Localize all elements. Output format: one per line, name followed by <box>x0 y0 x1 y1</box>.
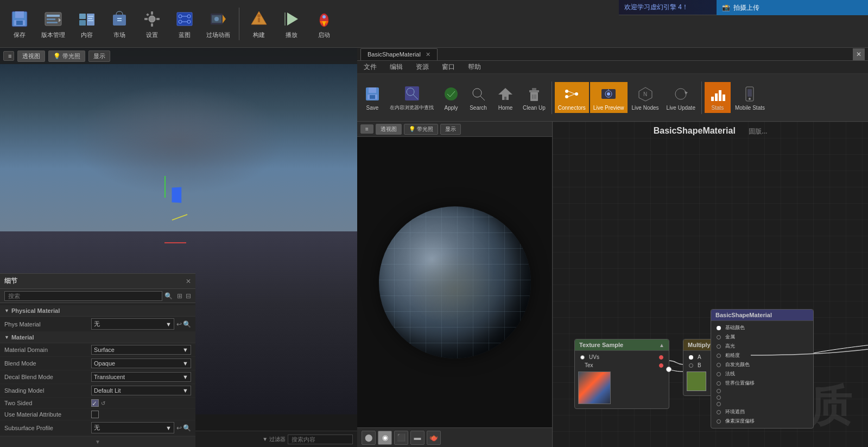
pin-tex: Tex <box>575 361 669 369</box>
mat-livepreview-btn[interactable]: Live Preview <box>590 82 628 113</box>
preview-sphere-btn[interactable]: ⬤ <box>362 431 376 445</box>
svg-rect-53 <box>369 87 376 93</box>
twosided-checkbox[interactable]: ✓ <box>91 399 99 407</box>
toolbar-btn-content[interactable]: 内容 <box>72 6 102 41</box>
mat-apply-btn[interactable]: Apply <box>438 82 464 113</box>
preview-plane-btn[interactable]: ▬ <box>410 431 425 445</box>
upload-text: 拍摄上传 <box>733 3 759 12</box>
subsurface-back-btn[interactable]: ↩ <box>176 424 182 432</box>
preview-active-btn[interactable]: ◉ <box>378 431 392 445</box>
perspective-btn[interactable]: 透视图 <box>17 51 45 62</box>
svg-rect-13 <box>88 18 92 19</box>
svg-rect-89 <box>747 89 752 97</box>
list-options-icon[interactable]: ⊟ <box>186 292 191 300</box>
mat-stats-btn[interactable]: Stats <box>705 82 731 113</box>
details-close-btn[interactable]: ✕ <box>186 278 191 285</box>
subsurface-search-btn[interactable]: 🔍 <box>183 424 191 432</box>
toolbar-btn-scene[interactable]: 过场动画 <box>202 6 235 41</box>
subsurface-value: 无 ▼ <box>91 422 174 433</box>
phys-back-btn[interactable]: ↩ <box>176 320 182 328</box>
preview-perspective-btn[interactable]: 透视图 <box>376 124 402 135</box>
preview-viewport[interactable] <box>357 137 552 427</box>
b-label: B <box>698 362 701 368</box>
shading-dropdown[interactable]: Default Lit ▼ <box>91 386 191 395</box>
toolbar-btn-build[interactable]: 构建 <box>244 6 274 41</box>
svg-rect-86 <box>723 95 725 101</box>
details-search-input[interactable] <box>4 291 162 301</box>
mat-home-btn[interactable]: Home <box>492 82 518 113</box>
node-output[interactable]: BasicShapeMaterial 基础颜色 金属 <box>711 309 814 429</box>
domain-value: Surface ▼ <box>91 345 191 355</box>
preview-menu-btn[interactable]: ≡ <box>360 124 373 134</box>
decal-arrow: ▼ <box>182 374 188 380</box>
mat-mobilestats-btn[interactable]: Mobile Stats <box>732 82 768 113</box>
toolbar-btn-market[interactable]: 市场 <box>104 6 135 41</box>
launch-label: 启动 <box>318 31 330 39</box>
subsurface-dropdown[interactable]: 无 ▼ <box>91 422 174 433</box>
matattr-checkbox[interactable] <box>91 411 99 418</box>
preview-lit-btn[interactable]: 💡 带光照 <box>404 124 438 135</box>
content-search-input[interactable] <box>288 435 353 444</box>
domain-dropdown[interactable]: Surface ▼ <box>91 345 191 355</box>
mat-cleanup-btn[interactable]: Clean Up <box>519 82 549 113</box>
lit-btn[interactable]: 💡 带光照 <box>48 51 85 62</box>
grid-view-icon[interactable]: ⊞ <box>177 292 182 300</box>
build-label: 构建 <box>253 31 265 39</box>
main-area: Y ≡ 透视图 💡 带光照 显示 <box>0 48 868 447</box>
mat-livenodes-btn[interactable]: N Live Nodes <box>629 82 662 113</box>
mat-connectors-btn[interactable]: Connectors <box>555 82 589 113</box>
svg-rect-85 <box>719 90 721 101</box>
a-label: A <box>698 354 701 360</box>
svg-rect-19 <box>151 11 153 15</box>
upload-banner[interactable]: 📸 拍摄上传 <box>717 0 868 15</box>
node-texture-sample[interactable]: Texture Sample ▲ UVs Tex <box>574 339 669 409</box>
blend-dropdown[interactable]: Opaque ▼ <box>91 358 191 368</box>
node-graph[interactable]: BasicShapeMaterial 固版... 材质 Texture Samp… <box>553 122 868 447</box>
svg-rect-67 <box>532 88 536 90</box>
mat-toolbar: Save 在内容浏览器中查找 <box>357 74 868 122</box>
decal-dropdown[interactable]: Translucent ▼ <box>91 372 191 382</box>
prop-phys-material: Phys Material 无 ▼ ↩ 🔍 <box>0 317 195 332</box>
menu-edit[interactable]: 编辑 <box>388 61 405 73</box>
svg-rect-55 <box>370 95 375 99</box>
toolbar-btn-play[interactable]: 播放 <box>276 6 307 41</box>
toolbar-btn-settings[interactable]: 设置 <box>137 6 167 41</box>
base-color-label: 基础颜色 <box>725 324 745 331</box>
prop-material-domain: Material Domain Surface ▼ <box>0 343 195 357</box>
mat-find-btn[interactable]: 在内容浏览器中查找 <box>387 81 437 114</box>
svg-rect-3 <box>16 21 23 25</box>
svg-rect-36 <box>258 18 260 22</box>
mat-save-btn[interactable]: Save <box>359 82 385 113</box>
menu-help[interactable]: 帮助 <box>466 61 483 73</box>
menu-resource[interactable]: 资源 <box>414 61 431 73</box>
mat-search-btn[interactable]: Search <box>465 82 491 113</box>
phys-search-btn[interactable]: 🔍 <box>183 320 191 328</box>
window-close-btn[interactable]: ✕ <box>853 48 865 60</box>
svg-rect-64 <box>504 97 506 100</box>
texture-node-expand[interactable]: ▲ <box>659 342 664 348</box>
section-material[interactable]: Material <box>0 332 195 343</box>
phys-dropdown[interactable]: 无 ▼ <box>91 318 174 330</box>
toolbar-btn-blueprint[interactable]: 蓝图 <box>169 6 200 41</box>
svg-rect-22 <box>156 18 160 20</box>
toolbar-btn-launch[interactable]: 启动 <box>309 6 339 41</box>
section-physical[interactable]: Physical Material <box>0 305 195 317</box>
toolbar-btn-version[interactable]: 版本管理 <box>37 6 69 41</box>
pixel-depth-label: 像素深度偏移 <box>725 418 755 425</box>
normal-label: 法线 <box>725 370 735 377</box>
mat-liveupdate-btn[interactable]: Live Update <box>663 82 699 113</box>
menu-file[interactable]: 文件 <box>362 61 379 73</box>
preview-show-btn[interactable]: 显示 <box>440 124 461 135</box>
pin-empty3 <box>711 401 813 407</box>
svg-rect-7 <box>47 22 58 23</box>
preview-cube-btn[interactable]: ⬛ <box>394 431 408 445</box>
viewport-menu-btn[interactable]: ≡ <box>3 51 14 61</box>
toolbar-btn-save[interactable]: 保存 <box>4 6 35 41</box>
decal-label: Decal Blend Mode <box>4 374 91 380</box>
mat-tab-basic[interactable]: BasicShapeMaterial ✕ <box>360 48 438 60</box>
tab-close-btn[interactable]: ✕ <box>426 51 430 58</box>
menu-window[interactable]: 窗口 <box>440 61 457 73</box>
show-btn[interactable]: 显示 <box>88 51 110 62</box>
content-label: 内容 <box>81 31 93 39</box>
preview-teapot-btn[interactable]: 🫖 <box>427 431 441 445</box>
